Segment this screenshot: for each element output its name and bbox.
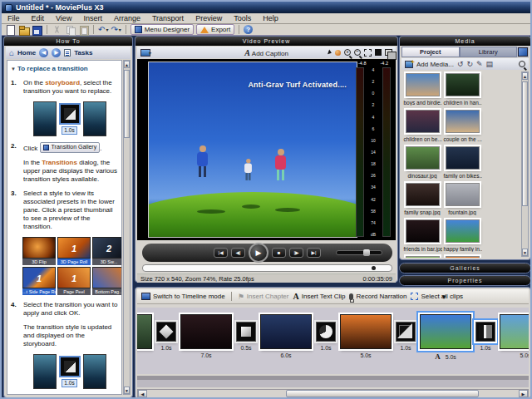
storyboard-clip[interactable]: 5.0s	[500, 308, 529, 358]
scroll-down-icon[interactable]: ▼	[522, 249, 528, 256]
storyboard-clip[interactable]: 7.0s	[180, 308, 232, 358]
media-item[interactable]: boys and birdie...	[402, 71, 442, 108]
how-to-panel-header[interactable]: How To	[4, 37, 132, 46]
view-details-icon[interactable]: ▤	[486, 60, 494, 68]
undo-icon[interactable]: ↶	[98, 25, 105, 35]
media-thumbnail[interactable]	[446, 219, 480, 243]
previous-frame-button[interactable]: ◀|	[231, 248, 245, 258]
gallery-preset[interactable]: 13D Page Roll	[57, 237, 91, 265]
media-thumbnail[interactable]	[446, 146, 480, 170]
media-zoom-icon[interactable]	[519, 61, 525, 67]
scrollbar-thumb[interactable]	[124, 70, 130, 138]
storyboard-scrollbar[interactable]: ◀ ▶	[137, 389, 529, 398]
how-to-scrollbar[interactable]: ▲ ▼	[123, 60, 131, 395]
edit-media-icon[interactable]: ✎	[476, 60, 483, 68]
stop-button[interactable]: ■	[272, 248, 286, 258]
storyboard-transition[interactable]: 1.0s	[156, 308, 176, 351]
rotate-right-icon[interactable]: ↻	[466, 60, 473, 68]
clip-thumbnail[interactable]	[180, 314, 232, 349]
go-to-start-button[interactable]: |◀	[214, 248, 228, 258]
clip-thumbnail[interactable]	[340, 314, 392, 349]
paste-icon[interactable]	[78, 25, 89, 35]
go-to-end-button[interactable]: ▶|	[307, 248, 321, 258]
scroll-up-icon[interactable]: ▲	[124, 61, 130, 68]
copy-icon[interactable]	[65, 25, 76, 35]
gallery-preset[interactable]: 23D Sw...	[92, 237, 122, 265]
video-frame[interactable]: Anti-Grav Turf Activated....	[148, 62, 357, 238]
panel-menu-icon[interactable]	[518, 47, 528, 57]
clip-thumbnail[interactable]	[500, 314, 529, 349]
redo-icon[interactable]: ↷	[111, 25, 117, 35]
gallery-preset[interactable]: Bottom Pag...	[92, 267, 122, 295]
tab-tasks[interactable]: Tasks	[74, 49, 92, 57]
menu-item-arrange[interactable]: Arrange	[108, 13, 146, 24]
help-icon[interactable]: ?	[244, 25, 253, 34]
galleries-bar[interactable]: Galleries	[399, 263, 531, 273]
media-thumbnail[interactable]	[406, 183, 440, 206]
open-icon[interactable]	[18, 25, 29, 35]
forward-button[interactable]: ▶	[52, 48, 61, 57]
rotate-left-icon[interactable]: ↺	[457, 60, 464, 68]
media-thumbnail[interactable]	[446, 183, 480, 206]
storyboard-clip[interactable]: 5.0s	[340, 308, 392, 358]
storyboard-link[interactable]: storyboard	[45, 79, 80, 86]
transition-icon[interactable]	[156, 322, 176, 342]
storyboard-transition[interactable]: 0.5s	[236, 308, 256, 351]
tab-project[interactable]: Project	[401, 47, 460, 57]
video-preview-header[interactable]: Video Preview	[135, 37, 397, 46]
media-item[interactable]: happy family a...	[402, 254, 442, 258]
insert-chapter-button[interactable]: ⚑ Insert Chapter	[238, 293, 289, 301]
next-frame-button[interactable]: |▶	[289, 248, 303, 258]
scrollbar-thumb[interactable]	[522, 81, 528, 206]
media-item[interactable]: dinosaur.jpg	[402, 145, 442, 181]
media-item[interactable]: children in han...	[442, 71, 482, 108]
gallery-preset[interactable]: 3D Flip	[22, 237, 56, 265]
transition-icon[interactable]	[316, 322, 336, 342]
insert-text-clip-button[interactable]: A Insert Text Clip	[293, 292, 345, 301]
clip-thumbnail[interactable]	[260, 314, 312, 349]
media-item[interactable]: friends in bar.jpg	[402, 218, 442, 254]
media-item[interactable]: fountain.jpg	[442, 181, 482, 218]
media-item[interactable]: couple on the ...	[442, 108, 482, 145]
menu-item-view[interactable]: View	[50, 13, 77, 24]
menu-designer-button[interactable]: Menu Designer	[131, 24, 194, 35]
volume-slider[interactable]	[336, 250, 382, 255]
title-bar[interactable]: Untitled * - MoviePlus X3	[2, 2, 530, 13]
storyboard-clip[interactable]: 6.0s	[260, 308, 312, 358]
media-thumbnail[interactable]	[406, 110, 440, 133]
clip-thumbnail[interactable]	[420, 314, 471, 349]
media-thumbnail[interactable]	[446, 73, 480, 96]
menu-item-insert[interactable]: Insert	[77, 13, 108, 24]
media-scrollbar[interactable]: ▲ ▼	[521, 71, 529, 257]
menu-item-tools[interactable]: Tools	[228, 13, 257, 24]
media-thumbnail[interactable]	[406, 146, 440, 170]
storyboard-transition[interactable]: 1.0s	[316, 308, 336, 351]
export-button[interactable]: Export	[196, 24, 234, 35]
seek-bar[interactable]	[142, 264, 392, 272]
gallery-preset[interactable]: 1Page Peel	[57, 267, 91, 295]
storyboard-clip[interactable]: A5.0s	[420, 308, 471, 361]
transition-icon[interactable]	[475, 322, 495, 342]
media-thumbnail[interactable]	[406, 256, 440, 258]
select-all-clips-button[interactable]: Select all clips	[411, 293, 463, 300]
menu-item-edit[interactable]: Edit	[26, 13, 51, 24]
tab-library[interactable]: Library	[460, 47, 518, 57]
copy-frame-icon[interactable]	[385, 49, 392, 56]
menu-item-transport[interactable]: Transport	[146, 13, 190, 24]
back-button[interactable]: ◀	[39, 48, 48, 57]
media-item[interactable]: horizon.jpg	[442, 254, 482, 258]
scroll-right-icon[interactable]: ▶	[519, 390, 528, 397]
menu-item-preview[interactable]: Preview	[190, 13, 228, 24]
cut-icon[interactable]	[52, 25, 62, 35]
transition-icon[interactable]	[236, 322, 256, 342]
topic-title[interactable]: ▼To replace a transition	[11, 65, 118, 73]
seek-marker[interactable]	[372, 266, 376, 270]
play-button[interactable]: ▶	[249, 243, 268, 263]
storyboard-clip[interactable]	[137, 308, 152, 352]
tab-home[interactable]: Home	[17, 49, 36, 57]
properties-bar[interactable]: Properties	[399, 275, 531, 286]
scroll-down-icon[interactable]: ▼	[124, 387, 130, 394]
media-thumbnail[interactable]	[406, 73, 440, 96]
media-item[interactable]: family on bikes...	[442, 145, 482, 181]
scrollbar-thumb[interactable]	[286, 390, 479, 397]
